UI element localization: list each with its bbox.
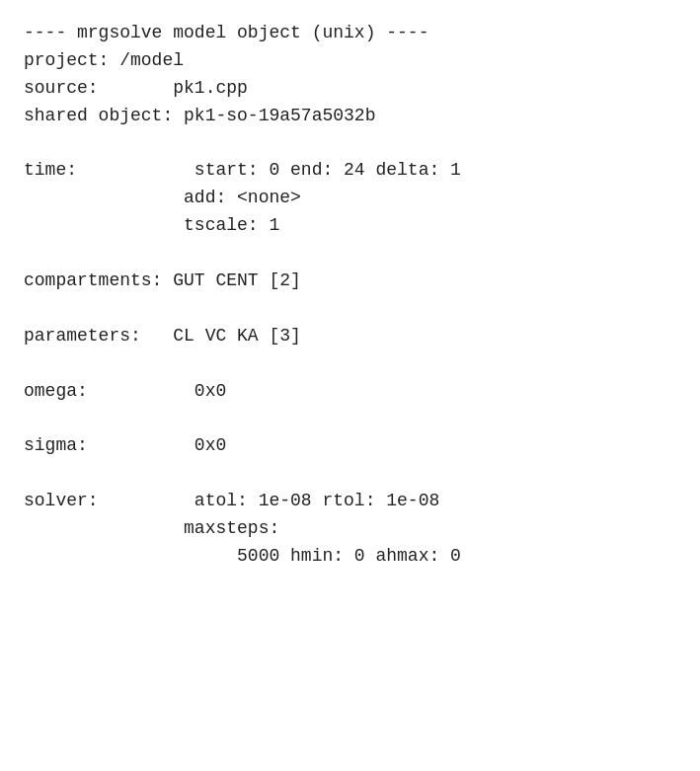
- line-1: project: /model: [24, 50, 184, 70]
- line-0: ---- mrgsolve model object (unix) ----: [24, 23, 428, 42]
- line-2: source: pk1.cpp: [24, 78, 248, 98]
- line-6: add: <none>: [24, 188, 301, 207]
- main-content: ---- mrgsolve model object (unix) ---- p…: [24, 20, 676, 571]
- line-15: sigma: 0x0: [24, 435, 226, 455]
- line-3: shared object: pk1-so-19a57a5032b: [24, 106, 375, 125]
- line-18: maxsteps:: [24, 518, 279, 538]
- line-9: compartments: GUT CENT [2]: [24, 270, 301, 290]
- line-5: time: start: 0 end: 24 delta: 1: [24, 160, 461, 180]
- line-17: solver: atol: 1e-08 rtol: 1e-08: [24, 491, 439, 510]
- line-13: omega: 0x0: [24, 381, 226, 401]
- line-7: tscale: 1: [24, 215, 279, 235]
- line-11: parameters: CL VC KA [3]: [24, 326, 301, 346]
- line-19: 5000 hmin: 0 ahmax: 0: [24, 546, 461, 566]
